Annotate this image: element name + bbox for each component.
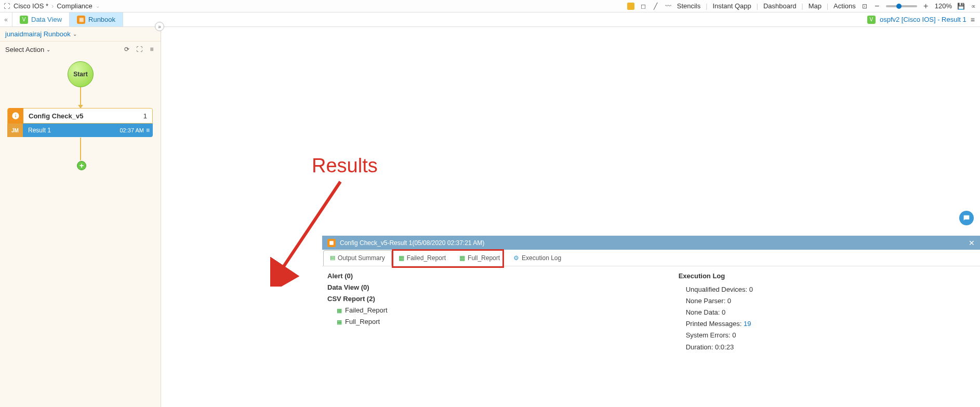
result-panel-title: Config Check_v5-Result 1(05/08/2020 02:3… [340, 239, 484, 247]
start-label: Start [73, 71, 87, 78]
dataview-count: Data View (0) [327, 282, 388, 293]
user-initials-badge: JM [7, 124, 23, 137]
runbook-icon: ▦ [77, 16, 85, 24]
note-icon[interactable] [627, 3, 634, 10]
csv-report-count: CSV Report (2) [327, 293, 388, 305]
result-label: Result 1 [28, 127, 51, 134]
result-panel-icon [327, 239, 336, 247]
tab-data-view[interactable]: V Data View [12, 12, 70, 26]
chevron-down-icon: ⌄ [46, 47, 50, 52]
actions-button[interactable]: Actions [833, 2, 856, 10]
chevron-down-icon: ⌄ [73, 31, 77, 37]
chat-fab-icon[interactable] [959, 211, 974, 225]
save-icon[interactable]: 💾 [957, 3, 964, 10]
printed-messages: Printed Messages: 19 [686, 318, 753, 330]
refresh-icon[interactable]: ⟳ [123, 46, 130, 53]
result-panel-titlebar: Config Check_v5-Result 1(05/08/2020 02:3… [322, 236, 980, 250]
config-check-count: 1 [143, 112, 147, 120]
add-step-button[interactable]: + [77, 161, 86, 170]
expand-icon[interactable]: ⛶ [3, 3, 10, 10]
list-menu-icon[interactable]: ≡ [148, 46, 155, 53]
csv-item-label: Full_Report [345, 316, 380, 328]
printed-messages-link[interactable]: 19 [744, 320, 751, 328]
map-button[interactable]: Map [809, 2, 822, 10]
tab-failed-report[interactable]: ▦ Failed_Report [392, 250, 453, 266]
share-icon[interactable]: ∝ [970, 3, 977, 10]
expand-panel-icon[interactable]: » [155, 22, 164, 31]
breadcrumb-item-2[interactable]: Compliance [57, 2, 92, 10]
fullscreen-icon[interactable]: ⛶ [136, 46, 143, 53]
output-summary-column: Alert (0) Data View (0) CSV Report (2) ▦… [327, 270, 388, 403]
execution-log-column: Execution Log Unqualified Devices: 0 Non… [679, 270, 753, 403]
unqualified-devices: Unqualified Devices: 0 [686, 284, 753, 295]
breadcrumb-item-1[interactable]: Cisco IOS * [14, 2, 48, 10]
select-action-dropdown[interactable]: Select Action ⌄ [5, 46, 50, 53]
runbook-owner-label: junaidmairaj Runbook [5, 30, 71, 38]
status-badge-icon: V [867, 16, 876, 24]
tab-runbook[interactable]: ▦ Runbook [70, 12, 123, 26]
csv-item-label: Failed_Report [345, 305, 388, 316]
csv-icon: ▦ [399, 254, 404, 262]
csv-item[interactable]: ▦ Failed_Report [337, 305, 388, 316]
collapse-sidebar-icon[interactable]: « [0, 12, 12, 26]
select-icon[interactable]: ◻ [640, 3, 647, 10]
document-icon: ▤ [330, 254, 335, 261]
printed-messages-label: Printed Messages: [686, 320, 744, 328]
zoom-slider[interactable] [886, 5, 917, 7]
start-node[interactable]: Start [68, 61, 94, 87]
tab-full-report[interactable]: ▦ Full_Report [453, 250, 507, 266]
data-view-icon: V [20, 16, 28, 24]
fit-icon[interactable]: ⊡ [861, 3, 868, 10]
gear-icon: ⚙ [513, 254, 519, 262]
zoom-in-icon[interactable]: + [922, 3, 930, 10]
tab-execution-log[interactable]: ⚙ Execution Log [507, 250, 568, 266]
zoom-level: 120% [935, 2, 952, 10]
config-check-block[interactable]: Config Check_v5 1 JM Result 1 02:37 AM ≡ [7, 108, 153, 137]
csv-icon: ▦ [459, 254, 465, 262]
result-row[interactable]: JM Result 1 02:37 AM ≡ [7, 124, 153, 137]
tab-label: Runbook [88, 16, 115, 23]
flow-connector [80, 138, 81, 160]
alert-count: Alert (0) [327, 270, 388, 282]
tab-label: Data View [31, 16, 62, 23]
none-data: None Data: 0 [686, 307, 753, 318]
menu-icon[interactable]: ≡ [971, 16, 975, 24]
csv-icon: ▦ [337, 306, 342, 316]
result-menu-icon[interactable]: ≡ [146, 127, 150, 134]
duration: Duration: 0:0:23 [686, 342, 753, 353]
tab-output-summary[interactable]: ▤ Output Summary [323, 250, 392, 266]
breadcrumb-separator: › [51, 3, 54, 10]
config-check-title: Config Check_v5 [29, 112, 143, 120]
system-errors: System Errors: 0 [686, 330, 753, 341]
annotation-text: Results [312, 155, 378, 177]
csv-icon: ▦ [337, 317, 342, 327]
zoom-out-icon[interactable]: − [873, 3, 881, 10]
tab-label: Failed_Report [407, 254, 446, 262]
instant-qapp-button[interactable]: Instant Qapp [712, 2, 751, 10]
chevron-down-icon[interactable]: ⌄ [96, 3, 100, 9]
map-canvas[interactable]: Results Config Check_v5-Result 1(05/08/2… [161, 27, 980, 407]
tab-label: Output Summary [338, 254, 385, 262]
svg-rect-1 [329, 241, 334, 245]
config-check-icon [8, 108, 23, 124]
runbook-owner-dropdown[interactable]: junaidmairaj Runbook ⌄ [0, 27, 161, 42]
stencils-button[interactable]: Stencils [677, 2, 701, 10]
none-parser: None Parser: 0 [686, 295, 753, 307]
csv-item[interactable]: ▦ Full_Report [337, 316, 388, 328]
tab-label: Full_Report [468, 254, 500, 262]
path-icon[interactable]: 〰 [665, 3, 672, 10]
result-time: 02:37 AM [120, 127, 144, 133]
tab-label: Execution Log [522, 254, 561, 262]
execution-log-header: Execution Log [679, 270, 753, 282]
flow-connector [80, 87, 81, 106]
status-result-link[interactable]: ospfv2 [Cisco IOS] - Result 1 [880, 16, 966, 23]
select-action-label: Select Action [5, 46, 44, 53]
close-icon[interactable]: ✕ [969, 239, 975, 247]
draw-line-icon[interactable]: ╱ [652, 3, 659, 10]
dashboard-button[interactable]: Dashboard [763, 2, 797, 10]
